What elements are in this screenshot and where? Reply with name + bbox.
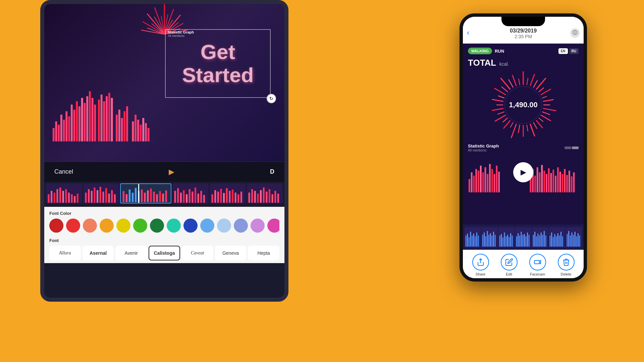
svg-rect-232 bbox=[538, 233, 539, 246]
lang-ru[interactable]: RU bbox=[569, 48, 579, 54]
svg-rect-42 bbox=[121, 118, 123, 141]
svg-rect-27 bbox=[78, 106, 80, 141]
svg-rect-116 bbox=[263, 187, 265, 203]
font-option-caveat[interactable]: Caveat bbox=[182, 246, 213, 260]
color-swatch-2[interactable] bbox=[66, 219, 80, 233]
svg-rect-45 bbox=[132, 121, 134, 141]
svg-rect-24 bbox=[71, 105, 73, 141]
svg-rect-106 bbox=[229, 191, 230, 203]
share-action[interactable]: Share bbox=[472, 254, 489, 276]
svg-rect-62 bbox=[77, 194, 78, 203]
done-button[interactable]: D bbox=[270, 168, 274, 175]
font-option-hepta[interactable]: Hepta bbox=[248, 246, 279, 260]
svg-rect-87 bbox=[162, 193, 164, 202]
stat-graph-subtitle: All mentions: bbox=[468, 148, 499, 152]
phone-notch bbox=[501, 17, 545, 26]
facecam-label: Facecam bbox=[530, 272, 545, 276]
svg-rect-108 bbox=[234, 192, 236, 203]
svg-rect-230 bbox=[534, 232, 535, 247]
svg-rect-201 bbox=[478, 235, 479, 247]
svg-rect-239 bbox=[551, 232, 552, 247]
font-option-calistoga[interactable]: Calistoga bbox=[149, 246, 180, 260]
svg-rect-22 bbox=[65, 111, 67, 141]
svg-line-129 bbox=[519, 78, 520, 85]
play-button-phone[interactable]: ▶ bbox=[513, 162, 533, 182]
svg-rect-216 bbox=[507, 235, 508, 247]
color-swatch-5[interactable] bbox=[116, 219, 130, 233]
svg-line-143 bbox=[539, 118, 543, 122]
back-button[interactable]: ‹ bbox=[467, 28, 469, 37]
color-swatch-1[interactable] bbox=[49, 219, 63, 233]
cancel-button[interactable]: Cancel bbox=[54, 168, 73, 175]
color-swatch-13[interactable] bbox=[251, 219, 265, 233]
svg-rect-206 bbox=[488, 235, 489, 247]
svg-rect-207 bbox=[490, 233, 491, 246]
font-color-title: Font Color bbox=[49, 211, 279, 216]
svg-rect-32 bbox=[92, 98, 94, 141]
svg-rect-172 bbox=[498, 172, 500, 192]
color-swatch-6[interactable] bbox=[133, 219, 147, 233]
svg-rect-41 bbox=[118, 110, 120, 141]
color-swatch-10[interactable] bbox=[200, 219, 214, 233]
svg-rect-175 bbox=[534, 176, 536, 192]
svg-rect-57 bbox=[62, 191, 64, 203]
svg-line-123 bbox=[498, 96, 504, 98]
facecam-action[interactable]: Facecam bbox=[529, 254, 546, 276]
canvas-area[interactable]: Statistic Graph All mentions: Get Starte… bbox=[44, 4, 284, 162]
svg-rect-95 bbox=[192, 191, 193, 203]
svg-rect-184 bbox=[555, 176, 556, 192]
svg-rect-250 bbox=[571, 232, 572, 247]
svg-rect-181 bbox=[548, 168, 550, 192]
phone-device: ‹ 03/29/2019 2:35 PM ⓘ WALKING RUN EN RU… bbox=[460, 13, 587, 282]
color-swatch-12[interactable] bbox=[234, 219, 248, 233]
filmstrip-item-1 bbox=[465, 227, 481, 247]
svg-rect-224 bbox=[522, 235, 523, 247]
svg-rect-88 bbox=[165, 190, 167, 202]
svg-rect-85 bbox=[156, 194, 158, 202]
info-button[interactable]: ⓘ bbox=[570, 28, 580, 38]
font-option-allura[interactable]: Allura bbox=[49, 246, 81, 260]
color-swatch-14[interactable] bbox=[267, 219, 279, 233]
color-swatch-11[interactable] bbox=[217, 219, 231, 233]
phone-filmstrip[interactable] bbox=[463, 225, 584, 250]
svg-line-147 bbox=[527, 125, 528, 131]
svg-rect-242 bbox=[556, 236, 557, 246]
svg-rect-252 bbox=[574, 232, 575, 247]
edit-action[interactable]: Edit bbox=[501, 254, 518, 276]
delete-action[interactable]: Delete bbox=[558, 254, 575, 276]
svg-rect-191 bbox=[571, 176, 573, 192]
svg-rect-209 bbox=[493, 232, 494, 247]
get-started-text: Get Started bbox=[182, 41, 254, 86]
font-option-avenir[interactable]: Avenir bbox=[115, 246, 147, 260]
color-swatch-9[interactable] bbox=[183, 219, 198, 233]
svg-rect-117 bbox=[266, 191, 268, 203]
svg-rect-193 bbox=[466, 235, 467, 247]
svg-rect-66 bbox=[94, 187, 95, 203]
svg-rect-25 bbox=[73, 110, 75, 141]
svg-rect-234 bbox=[541, 232, 542, 247]
svg-rect-192 bbox=[573, 172, 575, 192]
timeline-strip[interactable] bbox=[44, 182, 284, 207]
svg-rect-121 bbox=[277, 194, 279, 203]
font-option-asernal[interactable]: Asernal bbox=[83, 246, 114, 260]
svg-rect-115 bbox=[260, 190, 262, 203]
svg-rect-77 bbox=[132, 193, 133, 202]
svg-rect-186 bbox=[559, 172, 561, 192]
svg-rect-109 bbox=[237, 194, 239, 203]
svg-rect-30 bbox=[86, 96, 88, 141]
lang-en[interactable]: EN bbox=[558, 48, 568, 54]
play-button[interactable]: ▶ bbox=[166, 166, 178, 178]
svg-rect-76 bbox=[129, 189, 130, 202]
color-swatch-7[interactable] bbox=[150, 219, 164, 233]
delete-icon bbox=[558, 254, 575, 270]
color-swatch-3[interactable] bbox=[83, 219, 97, 233]
svg-rect-163 bbox=[478, 171, 479, 192]
svg-rect-31 bbox=[89, 91, 91, 141]
font-option-geneva[interactable]: Geneva bbox=[215, 246, 247, 260]
color-swatch-8[interactable] bbox=[167, 219, 181, 233]
svg-rect-20 bbox=[60, 115, 62, 141]
color-swatch-4[interactable] bbox=[100, 219, 114, 233]
svg-rect-28 bbox=[81, 98, 83, 141]
activity-badges: WALKING RUN EN RU bbox=[463, 44, 584, 56]
svg-rect-75 bbox=[126, 194, 127, 202]
